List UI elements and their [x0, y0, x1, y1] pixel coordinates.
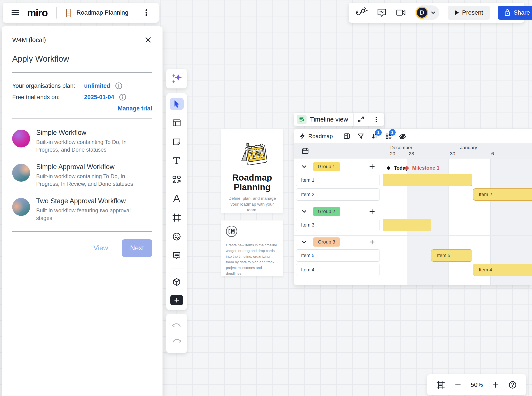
zoom-level[interactable]: 50%	[471, 381, 483, 388]
item-card[interactable]: Item 3	[296, 219, 380, 231]
templates-icon	[172, 118, 181, 128]
manage-trial-link[interactable]: Manage trial	[118, 105, 152, 112]
milestone-marker[interactable]: Milestone 1	[407, 165, 439, 171]
item-card[interactable]: Item 2	[296, 188, 380, 201]
collapse-group-icon[interactable]	[301, 239, 307, 245]
text-icon	[172, 156, 181, 166]
sticker-tool[interactable]	[170, 231, 184, 242]
templates-tool[interactable]	[170, 117, 184, 129]
add-item-icon[interactable]	[369, 163, 375, 170]
sort-button[interactable]: 1	[369, 131, 380, 141]
avatar[interactable]: D	[416, 6, 428, 19]
item-row: Item 3	[294, 218, 383, 232]
plan-value: unlimited	[84, 82, 110, 89]
sort-badge: 1	[375, 129, 382, 136]
timeline-toolbar: Roadmap 1 1	[294, 129, 532, 143]
sticker-smiley-icon	[172, 232, 181, 241]
fit-to-frame-button[interactable]	[436, 380, 445, 390]
group-chip[interactable]: Group 3	[313, 237, 340, 247]
calendar-icon[interactable]	[301, 147, 309, 155]
book-icon	[226, 226, 237, 237]
apps-tool[interactable]	[170, 276, 184, 288]
present-label: Present	[462, 9, 483, 16]
roadmap-label: Roadmap	[308, 133, 333, 140]
gantt-bar-item-2[interactable]: Item 2	[473, 188, 532, 201]
comment-tool[interactable]	[170, 250, 184, 261]
help-button[interactable]	[508, 380, 517, 389]
item-card[interactable]: Item 4	[296, 264, 380, 276]
view-button[interactable]: View	[94, 244, 108, 252]
roadmap-planning-card[interactable]: Roadmap Planning Define, plan, and manag…	[221, 129, 283, 213]
date-tick: 23	[409, 151, 414, 157]
frame-tool[interactable]	[170, 212, 184, 223]
next-button[interactable]: Next	[122, 239, 152, 257]
month-label: January	[460, 145, 477, 151]
reactions-doodle-icon[interactable]	[354, 7, 368, 18]
undo-button[interactable]	[172, 322, 182, 330]
timeline-instructions-card[interactable]: Create new items in the timeline widget,…	[221, 220, 283, 276]
workflow-option-two-stage[interactable]: Two Stage Approval Workflow Built-in wor…	[12, 197, 152, 222]
cursor-icon	[172, 99, 181, 108]
hide-button[interactable]	[397, 131, 408, 141]
workflow-option-simple-approval[interactable]: Simple Approval Workflow Built-in workfl…	[12, 163, 152, 187]
timeline-date-header: December January 20 23 30 6	[294, 143, 532, 159]
panel-icon	[343, 132, 351, 140]
sticky-note-tool[interactable]	[170, 136, 184, 148]
item-card[interactable]: Item 1	[296, 174, 380, 186]
close-icon[interactable]	[144, 36, 152, 44]
board-title[interactable]: Roadmap Planning	[76, 9, 128, 16]
expand-widget-button[interactable]	[353, 113, 368, 126]
frame-fit-icon	[436, 380, 445, 390]
timeline-item-list: Group 1 Item 1 Item 2 Group 2	[294, 159, 383, 285]
redo-button[interactable]	[172, 338, 182, 345]
calendar-illustration	[234, 138, 271, 167]
timeline-view-button[interactable]: Timeline view	[294, 113, 353, 126]
timeline-view-icon	[297, 115, 307, 124]
collapse-group-icon[interactable]	[301, 164, 307, 169]
shapes-icon	[172, 175, 182, 185]
gantt-bar-item-1[interactable]	[383, 174, 472, 186]
info-icon[interactable]	[119, 93, 126, 101]
board-menu-kebab-icon[interactable]	[142, 8, 151, 17]
select-tool[interactable]	[170, 98, 184, 110]
fields-button[interactable]: 1	[383, 131, 394, 141]
add-item-icon[interactable]	[369, 208, 375, 215]
hamburger-menu-icon[interactable]	[11, 8, 20, 17]
pen-tool[interactable]	[170, 193, 184, 204]
info-icon[interactable]	[115, 82, 123, 89]
timeline-view-bar: Timeline view	[294, 113, 384, 126]
cube-icon	[172, 277, 181, 287]
gantt-row: Item 4	[383, 263, 532, 277]
add-tool-button[interactable]	[170, 295, 183, 305]
zoom-out-button[interactable]	[454, 381, 462, 389]
divider	[12, 118, 152, 119]
workflow-option-simple[interactable]: Simple Workflow Built-in workflow contai…	[12, 129, 152, 153]
group-chip[interactable]: Group 2	[313, 207, 340, 216]
ai-assistant-button[interactable]	[166, 69, 187, 88]
video-chat-icon[interactable]	[395, 7, 407, 18]
share-label: Share	[514, 9, 530, 16]
gantt-row: Item 5	[383, 248, 532, 263]
collapse-group-icon[interactable]	[301, 209, 307, 214]
filter-button[interactable]	[355, 131, 366, 141]
miro-canvas[interactable]: miro 🪜 Roadmap Planning	[0, 0, 532, 396]
present-button[interactable]: Present	[448, 6, 490, 20]
comments-icon[interactable]	[376, 7, 387, 18]
today-dot-icon	[387, 166, 390, 170]
panel-view-button[interactable]	[341, 131, 352, 141]
item-card[interactable]: Item 5	[296, 249, 380, 262]
user-menu[interactable]: D	[415, 6, 439, 20]
miro-logo[interactable]: miro	[27, 7, 47, 19]
widget-menu-button[interactable]	[368, 113, 384, 126]
fields-badge: 1	[389, 129, 396, 136]
timeline-widget[interactable]: Roadmap 1 1	[294, 129, 532, 285]
group-row: Group 2	[294, 205, 383, 218]
shapes-tool[interactable]	[170, 174, 184, 186]
group-chip[interactable]: Group 1	[313, 162, 340, 171]
share-button[interactable]: Share	[498, 6, 532, 20]
gantt-bar-item-5[interactable]: Item 5	[431, 249, 472, 262]
zoom-in-button[interactable]	[492, 381, 499, 389]
add-item-icon[interactable]	[369, 239, 375, 245]
text-tool[interactable]	[170, 155, 184, 167]
gantt-bar-item-4[interactable]: Item 4	[473, 264, 532, 276]
